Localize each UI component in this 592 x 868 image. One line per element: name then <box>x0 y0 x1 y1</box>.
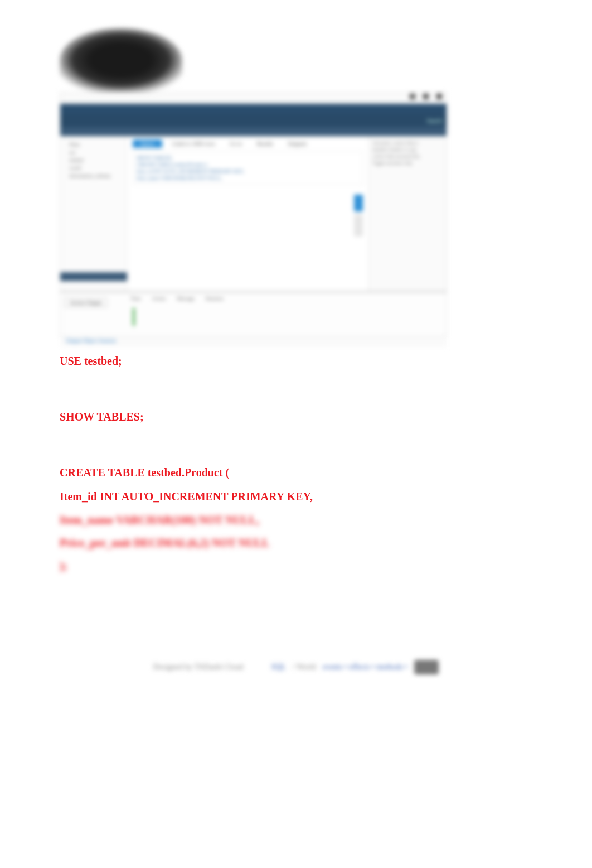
tree-item[interactable]: world <box>64 164 123 172</box>
sql-statement: SHOW TABLES; <box>60 410 532 424</box>
footer-credit: Designed by TADashi Cloud <box>153 663 244 672</box>
footer-links: SQL / World events • effects • methods • <box>271 660 439 674</box>
menu-bar[interactable] <box>60 104 447 114</box>
tab-goto[interactable]: Go to <box>225 139 247 148</box>
window-titlebar: – ☐ ✕ <box>60 93 447 104</box>
editor-tabs: Query Limit to 1000 rows Go to Results S… <box>133 139 363 148</box>
col-time: Time <box>130 296 141 301</box>
tree-item[interactable]: testbed <box>64 156 123 164</box>
sql-statement: USE testbed; <box>60 354 532 368</box>
col-action: Action <box>152 296 166 301</box>
redacted-line: Item_name VARCHAR(100) NOT NULL, <box>60 514 532 527</box>
help-text: disabled. Enable it to get <box>372 147 443 152</box>
output-panel: Action Output Time Action Message Durati… <box>60 291 447 336</box>
redacted-line: Price_per_unit DECIMAL(6,2) NOT NULL <box>60 537 532 549</box>
code-line: Item_id INT AUTO_INCREMENT PRIMARY KEY, <box>137 168 359 174</box>
output-left: Action Output <box>60 292 127 336</box>
maximize-icon[interactable]: ☐ <box>423 94 429 99</box>
code-line: CREATE TABLE testbed.Product ( <box>137 162 359 167</box>
query-editor-panel: Query Limit to 1000 rows Go to Results S… <box>127 136 368 291</box>
app-screenshot: STUDY • STASH – ☐ ✕ Search Filter sys te… <box>60 28 444 340</box>
workbench-body: Filter sys testbed world information_sch… <box>60 136 447 291</box>
help-text: Toggle automatic help <box>372 161 443 166</box>
footer-sep: / World <box>293 663 316 672</box>
col-duration: Duration <box>206 296 224 301</box>
output-header-row: Time Action Message Duration <box>130 296 443 301</box>
context-help-panel: Automatic context help is disabled. Enab… <box>368 136 447 291</box>
page-footer: Designed by TADashi Cloud SQL / World ev… <box>60 656 532 678</box>
tab-query[interactable]: Query <box>133 139 162 148</box>
success-indicator-icon <box>133 308 135 326</box>
help-text: Automatic context help is <box>372 141 443 146</box>
footer-badge-icon <box>414 660 439 674</box>
output-grid: Time Action Message Duration <box>127 292 447 336</box>
scrollbar-track[interactable] <box>354 214 363 237</box>
tree-item[interactable]: information_schema <box>64 172 123 180</box>
sql-statement: Item_id INT AUTO_INCREMENT PRIMARY KEY, <box>60 490 532 504</box>
close-icon[interactable]: ✕ <box>436 94 442 99</box>
help-text: context help automatically. <box>372 154 443 159</box>
status-bar: Output Object Session <box>60 336 447 347</box>
code-line: SHOW TABLES; <box>137 155 359 161</box>
schema-navigator[interactable]: Filter sys testbed world information_sch… <box>60 136 127 291</box>
workbench-window: – ☐ ✕ Search Filter sys testbed world in… <box>60 92 447 337</box>
result-area <box>133 189 363 239</box>
tree-item[interactable]: Filter <box>64 141 123 148</box>
tab-results[interactable]: Results <box>252 139 277 148</box>
status-tabs[interactable]: Output Object Session <box>66 337 116 344</box>
toolbar[interactable]: Search <box>60 114 447 127</box>
logo-mountain: STUDY • STASH <box>60 28 182 92</box>
sql-statement: CREATE TABLE testbed.Product ( <box>60 466 532 480</box>
sql-editor[interactable]: SHOW TABLES; CREATE TABLE testbed.Produc… <box>133 151 363 185</box>
redacted-line: ); <box>60 560 71 572</box>
col-message: Message <box>177 296 195 301</box>
scrollbar-thumb[interactable] <box>354 195 363 211</box>
tree-item[interactable]: sys <box>64 148 123 156</box>
footer-link-methods[interactable]: events • effects • methods • <box>323 663 407 672</box>
code-line: Item_name VARCHAR(100) NOT NULL, <box>137 175 359 181</box>
search-label[interactable]: Search <box>427 118 442 124</box>
tab-limit[interactable]: Limit to 1000 rows <box>168 139 220 148</box>
tab-snippets[interactable]: Snippets <box>283 139 311 148</box>
footer-link-sql[interactable]: SQL <box>271 663 285 672</box>
secondary-toolbar <box>60 127 447 136</box>
minimize-icon[interactable]: – <box>410 94 415 99</box>
navigator-footer <box>60 272 127 281</box>
output-mode-label[interactable]: Action Output <box>65 298 107 307</box>
window-controls: – ☐ ✕ <box>410 94 442 99</box>
sql-text-content: USE testbed; SHOW TABLES; CREATE TABLE t… <box>60 354 532 572</box>
